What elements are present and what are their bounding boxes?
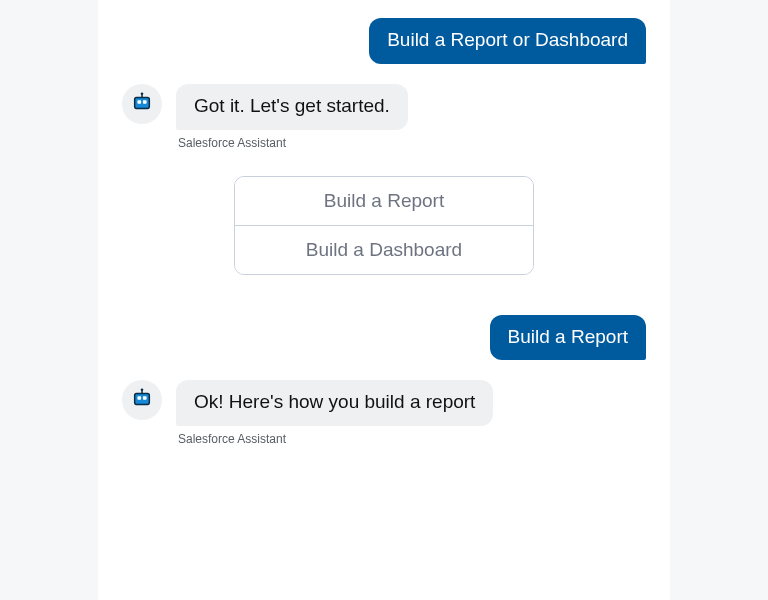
option-build-dashboard[interactable]: Build a Dashboard (235, 225, 533, 274)
bot-message-col: Got it. Let's get started. Salesforce As… (176, 84, 408, 150)
svg-rect-6 (137, 397, 141, 401)
bot-name-label: Salesforce Assistant (178, 136, 408, 150)
bot-message-col: Ok! Here's how you build a report Salesf… (176, 380, 493, 446)
chat-panel: Build a Report or Dashboard Got it. Let'… (98, 0, 670, 600)
svg-rect-0 (135, 97, 150, 108)
svg-rect-2 (143, 100, 147, 104)
bot-name-label: Salesforce Assistant (178, 432, 493, 446)
svg-point-9 (141, 389, 144, 392)
bot-avatar (122, 84, 162, 124)
bot-message-bubble: Ok! Here's how you build a report (176, 380, 493, 426)
bot-message-bubble: Got it. Let's get started. (176, 84, 408, 130)
bot-avatar (122, 380, 162, 420)
user-message-row: Build a Report or Dashboard (122, 18, 646, 64)
bot-message-row: Got it. Let's get started. Salesforce As… (122, 84, 646, 150)
bot-message-row: Ok! Here's how you build a report Salesf… (122, 380, 646, 446)
svg-point-4 (141, 92, 144, 95)
options-block: Build a Report Build a Dashboard (122, 176, 646, 275)
option-build-report[interactable]: Build a Report (235, 177, 533, 225)
user-message-bubble: Build a Report or Dashboard (369, 18, 646, 64)
options-list: Build a Report Build a Dashboard (234, 176, 534, 275)
svg-rect-1 (137, 100, 141, 104)
robot-icon (131, 387, 153, 413)
user-message-row: Build a Report (122, 315, 646, 361)
robot-icon (131, 91, 153, 117)
svg-rect-7 (143, 397, 147, 401)
svg-rect-5 (135, 394, 150, 405)
user-message-bubble: Build a Report (490, 315, 646, 361)
